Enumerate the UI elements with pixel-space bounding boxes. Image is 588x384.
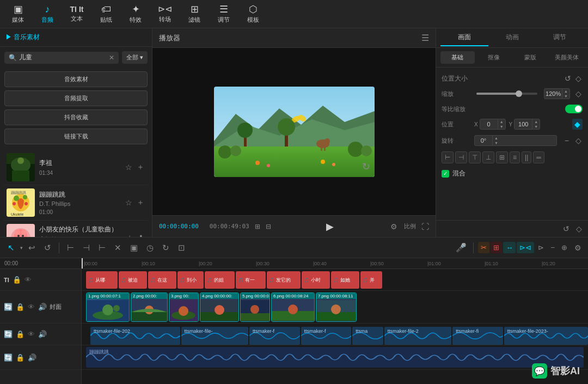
- music-item-3[interactable]: 小朋友的快乐（儿童歌曲） 宋智敏 00:35 ☆ ⬇: [2, 221, 150, 237]
- audio-extract-button[interactable]: 音频提取: [4, 90, 148, 106]
- music-favorite-btn-3[interactable]: ☆: [125, 233, 134, 237]
- audio-waveform-5[interactable]: ttsmaker-file-2: [384, 327, 451, 345]
- audio-waveform-2[interactable]: ttsmaker-f: [249, 327, 300, 345]
- tl-align1-btn[interactable]: ↔: [503, 242, 516, 253]
- video-clip-3[interactable]: 4.png 00:00:00:: [200, 292, 239, 322]
- y-up-arrow[interactable]: ▲: [532, 119, 540, 124]
- keyframe-btn[interactable]: ◇: [574, 223, 584, 235]
- toolbar-item-media[interactable]: ▣ 媒体: [4, 2, 32, 26]
- rotation-down-arrow[interactable]: ▼: [493, 141, 500, 145]
- align-bottom-btn[interactable]: ≡: [510, 151, 520, 163]
- filter-button[interactable]: 全部 ▾: [122, 51, 148, 64]
- x-input[interactable]: [480, 120, 498, 129]
- text-clip-4[interactable]: 🎵 的姐: [205, 271, 235, 289]
- text-clip-1[interactable]: 🎵 被迫: [119, 271, 147, 289]
- video-clip-4[interactable]: 5.png 00:00:0: [240, 292, 270, 322]
- douyin-collect-button[interactable]: 抖音收藏: [4, 109, 148, 125]
- toolbar-item-text[interactable]: TI It 文本: [63, 3, 90, 25]
- sfx-button[interactable]: 音效素材: [4, 71, 148, 87]
- x-down-arrow[interactable]: ▼: [498, 124, 505, 129]
- music-favorite-btn-1[interactable]: ☆: [124, 162, 133, 173]
- audio1-reset-icon[interactable]: 🔄: [3, 330, 13, 339]
- keyframe-diamond-icon[interactable]: ◇: [574, 73, 583, 84]
- tab-canvas[interactable]: 画面: [440, 29, 488, 46]
- align-vert-btn[interactable]: ||: [522, 151, 531, 163]
- tab-animation[interactable]: 动画: [488, 29, 536, 46]
- refresh-overlay-icon[interactable]: ↻: [362, 161, 370, 173]
- rotation-keyframe[interactable]: ◇: [574, 135, 583, 146]
- audio-waveform-7[interactable]: ttsmaker-file-2023-: [504, 327, 588, 345]
- search-input[interactable]: [19, 54, 107, 62]
- proportional-toggle[interactable]: [565, 105, 583, 113]
- music-favorite-btn-2[interactable]: ☆: [124, 197, 133, 208]
- text-clip-0[interactable]: 🎵 从哪: [86, 271, 118, 289]
- scale-keyframe-icon[interactable]: ◇: [574, 88, 583, 99]
- tl-record-btn[interactable]: ⊞: [491, 242, 502, 253]
- split-in-btn[interactable]: ⊢: [64, 241, 77, 255]
- audio-waveform-1[interactable]: ttsmaker-file-: [181, 327, 248, 345]
- record-button[interactable]: ⚙: [389, 221, 399, 232]
- link-download-button[interactable]: 链接下载: [4, 129, 148, 144]
- fullscreen-button[interactable]: ⛶: [421, 222, 429, 231]
- select-tool-btn[interactable]: ↖: [4, 241, 18, 255]
- undo-btn[interactable]: ↺: [561, 223, 571, 235]
- grid-view-icon2[interactable]: ⊟: [266, 223, 271, 230]
- tl-subtract-btn[interactable]: −: [548, 242, 558, 253]
- sub-tab-mask[interactable]: 蒙版: [513, 51, 548, 64]
- text-clip-7[interactable]: 🎵 小时: [302, 271, 330, 289]
- tl-settings-btn[interactable]: ⚙: [572, 241, 584, 254]
- align-right-btn[interactable]: ⊤: [469, 151, 481, 163]
- text-track-eye-icon[interactable]: 👁: [24, 275, 32, 284]
- mix-checkbox[interactable]: ✓: [442, 170, 449, 178]
- video-clip-2[interactable]: 3.png 00:: [169, 292, 199, 322]
- split-btn[interactable]: ⊢: [95, 241, 109, 255]
- video-clip-1[interactable]: 2.png 00:00:: [131, 292, 168, 322]
- toolbar-item-adjust[interactable]: ☰ 调节: [210, 2, 237, 26]
- text-track-lock-icon[interactable]: 🔒: [12, 275, 22, 284]
- x-spinbox[interactable]: ▲ ▼: [480, 119, 506, 130]
- audio1-eye-icon[interactable]: 👁: [27, 330, 35, 339]
- audio-waveform-0[interactable]: ttsmaker-file-202: [90, 327, 180, 345]
- split-out-btn[interactable]: ⊣: [79, 241, 93, 255]
- video-clip-0[interactable]: 1.png 00:00:07:1: [86, 292, 130, 322]
- delete-btn[interactable]: ✕: [111, 241, 125, 255]
- group-btn[interactable]: ▣: [127, 241, 141, 255]
- video-track-audio-icon[interactable]: 🔊: [38, 302, 47, 312]
- scale-slider[interactable]: [476, 93, 537, 95]
- tl-align2-btn[interactable]: ⊳⊲: [517, 242, 534, 253]
- flip-btn[interactable]: ↻: [159, 241, 173, 255]
- toolbar-item-filter[interactable]: ⊞ 滤镜: [181, 2, 208, 26]
- text-clip-6[interactable]: 🎵 发它的: [267, 271, 301, 289]
- scale-input[interactable]: [544, 89, 562, 98]
- tl-cut-btn[interactable]: ✂: [478, 242, 489, 253]
- toolbar-item-transition[interactable]: ⊳⊲ 转场: [151, 3, 179, 26]
- text-clip-3[interactable]: 🎵 到小: [177, 271, 204, 289]
- toolbar-item-template[interactable]: ⬡ 模板: [240, 2, 267, 26]
- toolbar-item-effects[interactable]: ✦ 特效: [122, 2, 149, 26]
- crop-btn[interactable]: ⊡: [175, 241, 188, 255]
- position-active-keyframe[interactable]: ◆: [572, 119, 583, 130]
- audio-waveform-6[interactable]: ttsmaker-fi: [452, 327, 503, 345]
- rotation-up-arrow[interactable]: ▲: [493, 136, 500, 141]
- audio-waveform-3[interactable]: ttsmaker-f: [301, 327, 352, 345]
- sub-tab-cutout[interactable]: 抠像: [477, 51, 511, 64]
- scale-down-arrow[interactable]: ▼: [562, 94, 569, 99]
- rotation-input[interactable]: [475, 136, 492, 145]
- scale-up-arrow[interactable]: ▲: [562, 89, 569, 94]
- text-track-ti-icon[interactable]: TI: [3, 276, 10, 284]
- video-track-lock-icon[interactable]: 🔒: [15, 302, 25, 312]
- search-input-wrap[interactable]: 🔍 ✕: [4, 52, 119, 64]
- player-menu-icon[interactable]: ☰: [421, 33, 429, 43]
- music-item-2[interactable]: Ukulele 蹦蹦跳跳 蹦蹦跳跳 D.T. Phillips 01:00 ☆ …: [2, 185, 150, 221]
- tl-zoom-out-btn[interactable]: ⊳: [535, 242, 547, 253]
- music-reset-icon[interactable]: 🔄: [3, 353, 13, 362]
- toolbar-item-sticker[interactable]: 🏷 贴纸: [93, 2, 120, 26]
- search-clear-icon[interactable]: ✕: [109, 54, 114, 62]
- undo-tl-btn[interactable]: ↩: [25, 241, 39, 255]
- align-center-h-btn[interactable]: ⊣: [455, 151, 467, 163]
- align-left-btn[interactable]: ⊢: [442, 151, 454, 163]
- play-button[interactable]: ▶: [325, 220, 335, 234]
- music-waveform[interactable]: 蹦蹦跳跳: [86, 347, 584, 368]
- music-item[interactable]: 李祖 01:34 ☆ ＋: [2, 150, 150, 185]
- audio1-lock-icon[interactable]: 🔒: [15, 330, 25, 339]
